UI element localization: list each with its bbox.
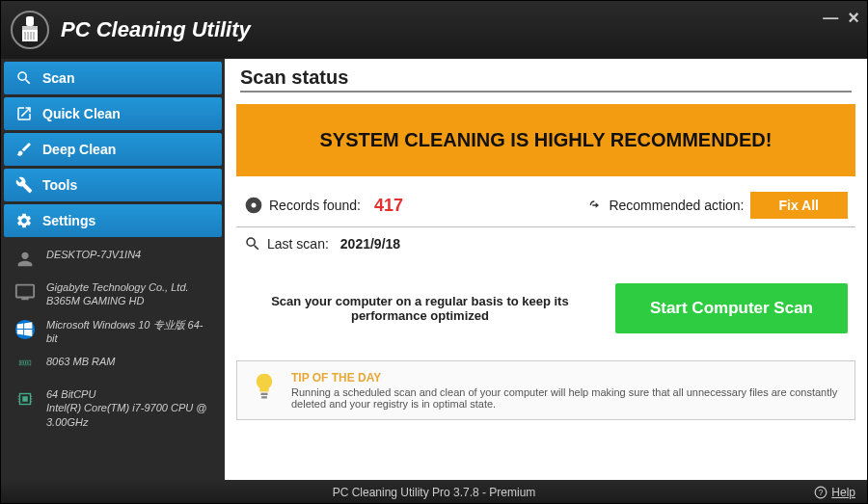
- action-label: Recommended action:: [609, 198, 744, 213]
- svg-rect-1: [26, 16, 34, 26]
- motherboard-value: Gigabyte Technology Co., Ltd. B365M GAMI…: [46, 280, 212, 308]
- last-scan-label: Last scan:: [267, 236, 329, 252]
- last-scan-value: 2021/9/18: [340, 236, 400, 252]
- ram-value: 8063 MB RAM: [46, 355, 212, 368]
- nav-label: Tools: [42, 177, 77, 193]
- banner-text: SYSTEM CLEANING IS HIGHLY RECOMMENDED!: [320, 129, 773, 150]
- start-scan-button[interactable]: Start Computer Scan: [615, 283, 848, 333]
- brush-icon: [15, 141, 33, 158]
- records-value: 417: [374, 196, 403, 216]
- svg-text:?: ?: [819, 489, 824, 497]
- tip-title: TIP OF THE DAY: [291, 371, 841, 385]
- nav-label: Scan: [42, 70, 74, 86]
- svg-rect-12: [25, 362, 26, 364]
- ram-icon: [14, 355, 37, 378]
- os-value: Microsoft Windows 10 专业版 64-bit: [46, 318, 212, 346]
- records-label: Records found:: [269, 198, 361, 213]
- svg-rect-11: [23, 362, 24, 364]
- svg-rect-15: [22, 396, 28, 402]
- footer: PC Cleaning Utility Pro 3.7.8 - Premium …: [1, 480, 867, 504]
- last-scan-row: Last scan: 2021/9/18: [225, 227, 867, 260]
- version-text: PC Cleaning Utility Pro 3.7.8 - Premium: [333, 486, 536, 499]
- main-panel: Scan status SYSTEM CLEANING IS HIGHLY RE…: [225, 59, 867, 480]
- sidebar: Scan Quick Clean Deep Clean Tools Settin…: [1, 59, 225, 480]
- logo-wrap: PC Cleaning Utility: [11, 11, 251, 49]
- page-header: Scan status: [225, 59, 867, 96]
- wrench-icon: [15, 176, 33, 194]
- fix-all-button[interactable]: Fix All: [750, 192, 849, 219]
- app-logo-icon: [11, 11, 49, 49]
- sysinfo-hostname: DESKTOP-7JV1IN4: [14, 248, 212, 271]
- nav-tools[interactable]: Tools: [4, 169, 222, 201]
- records-row: Records found: 417 Recommended action: F…: [225, 184, 867, 226]
- arrow-icon: [587, 198, 603, 213]
- lightbulb-icon: [251, 371, 278, 406]
- sysinfo-cpu: 64 BitCPU Intel(R) Core(TM) i7-9700 CPU …: [14, 387, 212, 429]
- svg-rect-13: [27, 362, 28, 364]
- cpu-value: 64 BitCPU Intel(R) Core(TM) i7-9700 CPU …: [46, 387, 212, 429]
- disc-icon: [244, 196, 263, 215]
- scan-message: Scan your computer on a regular basis to…: [244, 294, 596, 323]
- help-link[interactable]: ? Help: [814, 486, 855, 499]
- svg-rect-24: [261, 393, 268, 395]
- tip-body: Running a scheduled scan and clean of yo…: [291, 386, 841, 410]
- sysinfo-motherboard: Gigabyte Technology Co., Ltd. B365M GAMI…: [14, 280, 212, 308]
- help-label: Help: [831, 486, 855, 499]
- window-controls: — ×: [823, 7, 859, 29]
- sysinfo-ram: 8063 MB RAM: [14, 355, 212, 378]
- nav-scan[interactable]: Scan: [4, 62, 222, 94]
- nav-label: Settings: [42, 213, 95, 228]
- nav-label: Deep Clean: [42, 142, 116, 157]
- nav-settings[interactable]: Settings: [4, 204, 222, 237]
- titlebar: PC Cleaning Utility — ×: [1, 1, 867, 59]
- search-small-icon: [244, 235, 261, 252]
- tip-of-day: TIP OF THE DAY Running a scheduled scan …: [236, 360, 855, 420]
- recommendation-banner: SYSTEM CLEANING IS HIGHLY RECOMMENDED!: [236, 104, 855, 176]
- page-title: Scan status: [240, 66, 852, 93]
- svg-rect-10: [20, 362, 21, 364]
- nav-quick-clean[interactable]: Quick Clean: [4, 97, 222, 130]
- windows-icon: [14, 318, 37, 341]
- minimize-icon[interactable]: —: [823, 10, 838, 27]
- svg-point-23: [252, 203, 257, 208]
- system-info-panel: DESKTOP-7JV1IN4 Gigabyte Technology Co.,…: [4, 240, 222, 477]
- svg-rect-25: [261, 396, 267, 398]
- close-icon[interactable]: ×: [848, 7, 859, 29]
- hostname-value: DESKTOP-7JV1IN4: [46, 248, 212, 261]
- cpu-icon: [14, 387, 37, 411]
- nav-deep-clean[interactable]: Deep Clean: [4, 133, 222, 166]
- search-icon: [15, 69, 33, 87]
- tip-content: TIP OF THE DAY Running a scheduled scan …: [291, 371, 841, 410]
- sysinfo-os: Microsoft Windows 10 专业版 64-bit: [14, 318, 212, 346]
- svg-rect-3: [22, 30, 38, 41]
- monitor-icon: [14, 280, 37, 304]
- svg-rect-2: [22, 26, 38, 30]
- body: Scan Quick Clean Deep Clean Tools Settin…: [1, 59, 867, 480]
- app-title: PC Cleaning Utility: [61, 17, 251, 42]
- scan-area: Scan your computer on a regular basis to…: [225, 260, 867, 357]
- gear-icon: [15, 212, 33, 229]
- nav-label: Quick Clean: [42, 106, 121, 121]
- arrow-out-icon: [15, 105, 33, 122]
- help-icon: ?: [814, 486, 827, 499]
- user-icon: [14, 248, 37, 271]
